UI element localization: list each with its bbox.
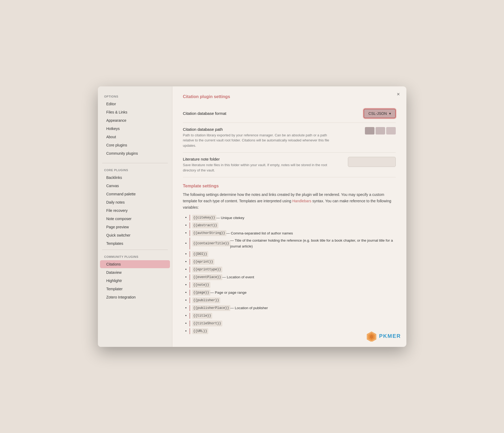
sidebar-item-templater[interactable]: Templater — [100, 285, 170, 293]
db-path-left: Citation database path Path to citation … — [183, 127, 360, 148]
sidebar-divider-2 — [102, 250, 168, 250]
sidebar-item-daily-notes[interactable]: Daily notes — [100, 198, 170, 206]
list-item: {{containerTitle}} — Title of the contai… — [189, 237, 396, 250]
sidebar-item-community-plugins[interactable]: Community plugins — [100, 149, 170, 157]
sidebar-item-page-preview[interactable]: Page preview — [100, 223, 170, 231]
db-format-value: CSL-JSON — [368, 111, 387, 116]
var-eprinttype-code: {{eprinttype}} — [192, 267, 222, 272]
var-publisher-place-code: {{publisherPlace}} — [192, 305, 230, 311]
var-eventplace: {{eventPlace}} — Location of event — [189, 274, 396, 280]
pkmer-badge: PKMER — [366, 331, 401, 342]
lit-folder-row: Literature note folder Save literature n… — [183, 153, 396, 177]
sidebar-divider-1 — [102, 163, 168, 163]
path-block-3 — [386, 127, 396, 134]
db-path-row: Citation database path Path to citation … — [183, 123, 396, 153]
sidebar-item-zotero[interactable]: Zotero Integration — [100, 293, 170, 301]
var-authorstring-desc: — Comma-separated list of author names — [226, 230, 293, 236]
list-item: {{URL}} — [189, 327, 396, 335]
var-abstract: {{abstract}} — [189, 222, 396, 228]
db-format-dropdown[interactable]: CSL-JSON ▾ — [364, 109, 395, 118]
list-item: {{eventPlace}} — Location of event — [189, 273, 396, 281]
sidebar-item-editor[interactable]: Editor — [100, 100, 170, 108]
dropdown-arrow-icon: ▾ — [389, 111, 391, 116]
sidebar-item-note-composer[interactable]: Note composer — [100, 215, 170, 223]
list-item: {{titleShort}} — [189, 320, 396, 327]
sidebar-item-command-palette[interactable]: Command palette — [100, 190, 170, 198]
main-content: Citation plugin settings Citation databa… — [172, 86, 406, 347]
var-title-short-code: {{titleShort}} — [192, 321, 222, 326]
var-title: {{title}} — [189, 313, 396, 319]
path-block-2 — [376, 127, 385, 134]
core-plugins-section-header: Core plugins — [98, 165, 172, 173]
list-item: {{eprint}} — [189, 258, 396, 266]
sidebar-item-appearance[interactable]: Appearance — [100, 116, 170, 124]
var-abstract-code: {{abstract}} — [192, 222, 218, 228]
options-section: Options Editor Files & Links Appearance … — [98, 92, 172, 161]
pkmer-icon — [366, 331, 377, 342]
var-note-code: {{note}} — [192, 282, 210, 288]
db-format-row: Citation database format CSL-JSON ▾ — [183, 104, 396, 123]
var-eprint: {{eprint}} — [189, 259, 396, 265]
sidebar-item-hotkeys[interactable]: Hotkeys — [100, 125, 170, 133]
lit-folder-label: Literature note folder — [183, 157, 343, 161]
var-eventplace-code: {{eventPlace}} — [192, 274, 222, 280]
list-item: {{DOI}} — [189, 250, 396, 258]
var-eprinttype: {{eprinttype}} — [189, 267, 396, 272]
var-publisher-place-desc: — Location of publisher — [230, 305, 268, 311]
path-input-group — [365, 127, 396, 134]
handlebars-link[interactable]: Handlebars — [292, 199, 311, 203]
lit-folder-right — [348, 157, 396, 167]
lit-folder-left: Literature note folder Save literature n… — [183, 157, 343, 173]
var-page: {{page}} — Page or page range — [189, 290, 396, 296]
sidebar-item-about[interactable]: About — [100, 133, 170, 141]
sidebar-item-file-recovery[interactable]: File recovery — [100, 207, 170, 215]
db-format-left: Citation database format — [183, 111, 359, 116]
sidebar-item-dataview[interactable]: Dataview — [100, 268, 170, 276]
var-eprint-code: {{eprint}} — [192, 259, 214, 265]
list-item: {{eprinttype}} — [189, 266, 396, 273]
pkmer-label: PKMER — [379, 333, 401, 339]
var-citekey-code: {{citekey}} — [192, 215, 216, 221]
var-note: {{note}} — [189, 282, 396, 288]
db-format-label: Citation database format — [183, 111, 359, 116]
var-container-title-code: {{containerTitle}} — [192, 241, 230, 246]
sidebar-item-quick-switcher[interactable]: Quick switcher — [100, 231, 170, 239]
community-plugins-section-header: Community plugins — [98, 252, 172, 260]
list-item: {{page}} — Page or page range — [189, 289, 396, 296]
var-authorstring-code: {{authorString}} — [192, 230, 226, 236]
sidebar-item-templates[interactable]: Templates — [100, 239, 170, 247]
sidebar-item-canvas[interactable]: Canvas — [100, 182, 170, 190]
var-citekey-desc: — Unique citekey — [216, 215, 244, 221]
lit-folder-input[interactable] — [348, 157, 396, 167]
sidebar-item-backlinks[interactable]: Backlinks — [100, 174, 170, 182]
sidebar-item-files-links[interactable]: Files & Links — [100, 108, 170, 116]
sidebar-item-core-plugins[interactable]: Core plugins — [100, 141, 170, 149]
core-plugins-section: Core plugins Backlinks Canvas Command pa… — [98, 165, 172, 247]
list-item: {{note}} — [189, 281, 396, 289]
var-eventplace-desc: — Location of event — [222, 274, 254, 280]
db-path-label: Citation database path — [183, 127, 360, 132]
sidebar-item-highlightr[interactable]: Highlightr — [100, 277, 170, 285]
list-item: {{title}} — [189, 312, 396, 320]
lit-folder-desc: Save literature note files in this folde… — [183, 162, 337, 173]
list-item: {{citekey}} — Unique citekey — [189, 214, 396, 221]
var-title-short: {{titleShort}} — [189, 321, 396, 326]
variables-list: {{citekey}} — Unique citekey {{abstract}… — [183, 214, 396, 335]
close-button[interactable]: × — [395, 91, 402, 98]
var-url: {{URL}} — [189, 328, 396, 334]
settings-modal: × Options Editor Files & Links Appearanc… — [98, 86, 406, 347]
var-page-code: {{page}} — [192, 290, 210, 296]
var-publisher-place: {{publisherPlace}} — Location of publish… — [189, 305, 396, 311]
db-path-desc: Path to citation library exported by you… — [183, 133, 337, 148]
list-item: {{publisherPlace}} — Location of publish… — [189, 304, 396, 312]
template-desc: The following settings determine how the… — [183, 192, 396, 211]
options-section-header: Options — [98, 92, 172, 100]
list-item: {{abstract}} — [189, 221, 396, 229]
sidebar-item-citations[interactable]: Citations — [100, 260, 170, 268]
var-citekey: {{citekey}} — Unique citekey — [189, 215, 396, 221]
db-format-right: CSL-JSON ▾ — [364, 109, 395, 118]
var-title-code: {{title}} — [192, 313, 213, 319]
var-container-title: {{containerTitle}} — Title of the contai… — [189, 238, 396, 249]
sidebar: Options Editor Files & Links Appearance … — [98, 86, 172, 347]
var-authorstring: {{authorString}} — Comma-separated list … — [189, 230, 396, 236]
